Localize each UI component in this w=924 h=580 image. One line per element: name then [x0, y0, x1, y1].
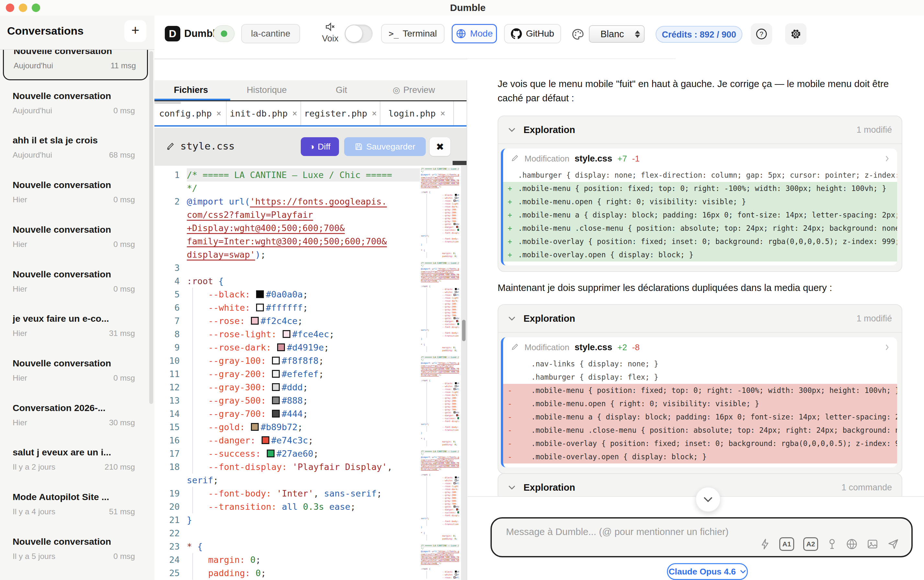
diff-header[interactable]: Modificationstyle.css+2-8 [503, 337, 897, 358]
question-icon: ? [755, 28, 767, 40]
scroll-to-bottom-button[interactable] [695, 487, 721, 512]
image-icon[interactable] [867, 538, 878, 550]
conversation-item[interactable]: Nouvelle conversationHier0 msg [3, 216, 146, 258]
conversation-item[interactable]: Nouvelle conversationHier0 msg [3, 172, 146, 213]
zoom-window-button[interactable] [32, 3, 40, 12]
file-tab-register.php[interactable]: register.php× [301, 101, 380, 125]
exploration-card-header[interactable]: Exploration1 modifié [498, 116, 902, 143]
diff-line: +.mobile-overlay { position: fixed; inse… [503, 235, 897, 248]
gear-icon [790, 28, 802, 40]
mode-button[interactable]: Mode [452, 24, 497, 43]
send-icon[interactable] [888, 538, 899, 550]
minimize-window-button[interactable] [19, 3, 27, 12]
window-titlebar: Dumble [0, 0, 924, 15]
github-button[interactable]: GitHub [504, 24, 561, 43]
diff-line: .hamburger { display: flex; } [503, 371, 897, 384]
pin-icon[interactable] [827, 538, 837, 550]
conversation-title: Nouvelle conversation [13, 91, 111, 101]
file-tabs-scrollbar[interactable] [154, 102, 181, 104]
save-button[interactable]: Sauvegarder [344, 137, 426, 156]
help-button[interactable]: ? [751, 23, 772, 44]
tab-historique[interactable]: Historique [247, 85, 287, 95]
conversation-item[interactable]: Nouvelle conversationHier0 msg [3, 350, 146, 392]
close-tab-icon[interactable]: × [292, 109, 297, 118]
conversation-date: Hier [13, 195, 27, 204]
sidebar-scrollbar[interactable] [149, 51, 153, 404]
conversation-item[interactable]: salut j eveux are un i...Il y a 2 jours2… [3, 439, 146, 481]
globe-icon[interactable] [846, 538, 858, 550]
model-selector[interactable]: Claude Opus 4.6 [667, 563, 748, 580]
editor-scrollbar[interactable] [461, 166, 467, 580]
conversation-item[interactable]: Nouvelle conversationAujourd'hui0 msg [3, 83, 146, 124]
settings-button[interactable] [785, 23, 807, 44]
composer-actions: A1 A2 [760, 537, 899, 551]
file-tab-label: config.php [159, 109, 212, 119]
voice-toggle[interactable] [345, 25, 373, 43]
floppy-icon [355, 142, 363, 151]
speaker-muted-icon [325, 22, 336, 32]
close-window-button[interactable] [6, 3, 14, 12]
chevron-down-icon [508, 316, 516, 321]
agent-a2-button[interactable]: A2 [803, 537, 818, 551]
diff-line: +.mobile-overlay.open { display: block; … [503, 248, 897, 262]
close-tab-icon[interactable]: × [216, 109, 221, 118]
voice-label: Voix [319, 34, 342, 44]
agent-a1-button[interactable]: A1 [779, 537, 794, 551]
mode-label: Mode [470, 28, 493, 39]
dumble-app-window: Dumble Conversations + Nouvelle conversa… [0, 0, 924, 580]
select-arrows-icon [635, 30, 640, 38]
tab-git[interactable]: Git [336, 85, 347, 95]
code-area: 1/* ===== LA CANTINE — Luxe / Chic =====… [159, 168, 420, 580]
close-tab-icon[interactable]: × [440, 109, 446, 118]
chevron-right-icon [885, 344, 889, 351]
exploration-card-header[interactable]: Exploration1 modifié [498, 305, 902, 332]
conversations-sidebar: Conversations + Nouvelle conversationAuj… [0, 15, 154, 580]
conversation-title: Conversation 2026-... [13, 403, 106, 413]
diff-line: +.mobile-menu a { display: block; paddin… [503, 208, 897, 222]
editor-scrollbar-thumb[interactable] [462, 320, 465, 341]
diff-header[interactable]: Modificationstyle.css+7-1 [503, 148, 897, 169]
conversation-item[interactable]: Conversation 2026-...Hier30 msg [3, 395, 146, 436]
message-input[interactable]: Message à Dumble... (@ pour mentionner u… [490, 517, 912, 557]
modification-label: Modification [525, 154, 569, 164]
chevron-right-icon [885, 155, 889, 162]
file-tab-login.php[interactable]: login.php× [380, 101, 454, 125]
conversation-item[interactable]: Nouvelle conversationIl y a 5 jours0 msg [3, 529, 146, 570]
conversation-msg-count: 51 msg [109, 507, 135, 516]
conversation-title: Nouvelle conversation [13, 50, 112, 56]
project-name: la-cantine [251, 28, 290, 39]
minimap[interactable]: 1/* ===== LA CANTINE — Luxe / Chic =====… [421, 168, 459, 579]
new-conversation-button[interactable]: + [124, 20, 146, 42]
terminal-button[interactable]: >_ Terminal [381, 24, 444, 43]
chat-panel: Je vois que le menu mobile "fuit" en hau… [467, 59, 924, 580]
diff-button[interactable]: ◑ Diff [301, 137, 339, 156]
conversation-title: Nouvelle conversation [13, 358, 111, 369]
conversation-item[interactable]: je veux faire un e-co...Hier31 msg [3, 305, 146, 347]
theme-select[interactable]: Blanc [589, 25, 645, 43]
diff-line: - .mobile-menu a { display: block; paddi… [503, 410, 897, 423]
palette-icon[interactable] [571, 28, 584, 41]
conversation-item[interactable]: ahh il et sla je croisAujourd'hui68 msg [3, 127, 146, 169]
minimap-viewport-indicator[interactable] [453, 161, 467, 165]
editor-body[interactable]: 1/* ===== LA CANTINE — Luxe / Chic =====… [154, 166, 467, 580]
project-selector-button[interactable]: la-cantine [241, 24, 300, 43]
diff-line: - .mobile-menu .close-menu { position: a… [503, 423, 897, 437]
exploration-card-body: Modificationstyle.css+7-1.hamburger { di… [498, 143, 902, 271]
file-tab-init-db.php[interactable]: init-db.php× [227, 101, 301, 125]
conversation-item[interactable]: Mode Autopilot Site ...Il y a 4 jours51 … [3, 484, 146, 525]
conversation-item[interactable]: Nouvelle conversationHier0 msg [3, 261, 146, 303]
tab-fichiers[interactable]: Fichiers [174, 85, 208, 95]
close-tab-icon[interactable]: × [372, 109, 377, 118]
conversation-msg-count: 0 msg [113, 106, 135, 115]
close-file-button[interactable]: ✖ [430, 137, 450, 156]
chevron-down-icon [740, 569, 746, 574]
conversation-date: Il y a 4 jours [13, 507, 55, 516]
pencil-icon [166, 142, 175, 150]
conversation-item[interactable]: Nouvelle conversationAujourd'hui11 msg [3, 50, 148, 80]
lightning-icon[interactable] [760, 538, 770, 550]
conversation-msg-count: 11 msg [111, 61, 136, 70]
conversation-date: Hier [13, 329, 27, 338]
diff-line: .hamburger { display: none; flex-directi… [503, 169, 897, 182]
file-tab-config.php[interactable]: config.php× [154, 101, 227, 125]
tab-preview[interactable]: ◎ Preview [393, 85, 435, 95]
